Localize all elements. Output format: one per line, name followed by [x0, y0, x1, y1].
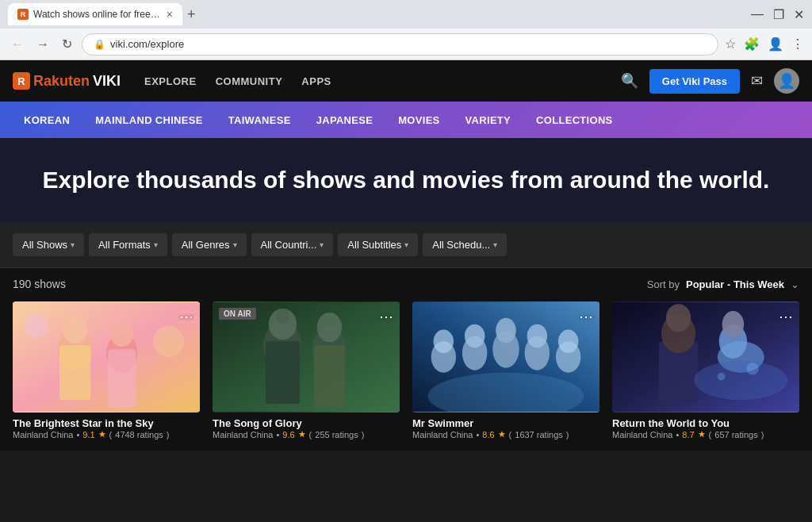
filter-bar: All Shows ▾ All Formats ▾ All Genres ▾ A…	[0, 222, 812, 268]
shows-grid: ⋯ The Brightest Star in the Sky Mainland…	[13, 301, 799, 441]
chevron-down-icon: ▾	[233, 240, 237, 249]
show-meta-1: Mainland China • 9.1 ★ (4748 ratings)	[13, 429, 200, 439]
cat-korean[interactable]: KOREAN	[13, 108, 81, 132]
search-button[interactable]: 🔍	[621, 72, 638, 90]
svg-point-38	[718, 373, 726, 381]
svg-rect-29	[612, 302, 799, 412]
cat-mainland-chinese[interactable]: MAINLAND CHINESE	[84, 108, 214, 132]
show-meta-3: Mainland China • 8.6 ★ (1637 ratings)	[412, 429, 599, 439]
maximize-button[interactable]: ❐	[773, 7, 784, 22]
show-star-1: ★	[98, 429, 106, 439]
user-avatar[interactable]: 👤	[774, 68, 799, 94]
show-country-4: Mainland China	[612, 430, 672, 439]
category-nav: KOREAN MAINLAND CHINESE TAIWANESE JAPANE…	[0, 102, 812, 138]
show-rating-1: 9.1	[82, 430, 94, 439]
bookmark-button[interactable]: ☆	[725, 36, 736, 52]
tab-title: Watch shows online for free - Ra...	[33, 9, 160, 20]
svg-point-13	[277, 309, 289, 324]
refresh-button[interactable]: ↻	[59, 33, 75, 55]
extensions-button[interactable]: 🧩	[744, 36, 760, 52]
tab-favicon: R	[17, 9, 29, 20]
top-nav: R Rakuten VIKI EXPLORE COMMUNITY APPS 🔍 …	[0, 60, 812, 102]
show-rating-2: 9.6	[282, 430, 294, 439]
logo-rakuten-text: Rakuten	[33, 73, 90, 90]
mail-icon[interactable]: ✉	[751, 72, 763, 90]
profile-button[interactable]: 👤	[768, 36, 783, 52]
show-card-1[interactable]: ⋯ The Brightest Star in the Sky Mainland…	[13, 301, 200, 441]
show-title-1: The Brightest Star in the Sky	[13, 417, 200, 429]
menu-button[interactable]: ⋮	[791, 36, 804, 52]
show-info-3: Mr Swimmer Mainland China • 8.6 ★ (1637 …	[412, 413, 599, 441]
filter-all-schedule[interactable]: All Schedu... ▾	[423, 233, 507, 256]
shows-count: 190 shows	[13, 278, 66, 290]
chevron-down-icon: ▾	[404, 240, 408, 249]
title-bar: R Watch shows online for free - Ra... × …	[0, 0, 812, 29]
filter-all-countries[interactable]: All Countri... ▾	[251, 233, 334, 256]
svg-point-8	[153, 326, 184, 357]
viki-pass-button[interactable]: Get Viki Pass	[649, 69, 740, 94]
cat-variety[interactable]: VARIETY	[454, 108, 522, 132]
close-window-button[interactable]: ✕	[794, 7, 804, 22]
show-thumbnail-3	[412, 301, 599, 413]
nav-right: 🔍 Get Viki Pass ✉ 👤	[621, 68, 799, 94]
svg-rect-12	[266, 341, 300, 404]
forward-button[interactable]: →	[33, 34, 52, 55]
show-title-4: Return the World to You	[612, 417, 799, 429]
tab-close-btn[interactable]: ×	[167, 8, 173, 21]
svg-rect-16	[314, 345, 345, 408]
show-meta-2: Mainland China • 9.6 ★ (255 ratings)	[213, 429, 400, 439]
address-input[interactable]: 🔒 viki.com/explore	[82, 33, 718, 56]
filter-all-genres[interactable]: All Genres ▾	[172, 233, 247, 256]
filter-all-formats[interactable]: All Formats ▾	[89, 233, 167, 256]
chevron-down-icon: ▾	[320, 240, 324, 249]
back-button[interactable]: ←	[8, 34, 27, 55]
cat-collections[interactable]: COLLECTIONS	[525, 108, 623, 132]
show-title-3: Mr Swimmer	[412, 417, 599, 429]
content-area: 190 shows Sort by Popular - This Week ⌄	[0, 268, 812, 451]
show-info-1: The Brightest Star in the Sky Mainland C…	[13, 413, 200, 441]
address-bar: ← → ↻ 🔒 viki.com/explore ☆ 🧩 👤 ⋮	[0, 29, 812, 60]
show-card-3[interactable]: ⋯ Mr Swimmer Mainland China • 8.6 ★ (163…	[412, 301, 599, 441]
sort-area: Sort by Popular - This Week ⌄	[647, 278, 799, 290]
nav-explore[interactable]: EXPLORE	[144, 75, 197, 87]
show-info-4: Return the World to You Mainland China •…	[612, 413, 799, 441]
sort-value-button[interactable]: Popular - This Week	[686, 278, 784, 290]
new-tab-button[interactable]: +	[187, 7, 196, 21]
show-title-2: The Song of Glory	[213, 417, 400, 429]
svg-point-2	[63, 316, 87, 344]
show-card-2[interactable]: ON AIR ⋯ The Song of Glory Mainland Chin…	[213, 301, 400, 441]
sort-chevron-icon[interactable]: ⌄	[791, 278, 799, 290]
minimize-button[interactable]: —	[751, 7, 764, 22]
show-more-button-4[interactable]: ⋯	[779, 308, 793, 325]
show-more-button-3[interactable]: ⋯	[579, 308, 593, 325]
nav-links: EXPLORE COMMUNITY APPS	[144, 75, 331, 87]
svg-point-36	[694, 361, 787, 400]
sort-label: Sort by	[647, 278, 680, 290]
show-card-4[interactable]: ⋯ Return the World to You Mainland China…	[612, 301, 799, 441]
svg-point-21	[465, 324, 485, 348]
logo[interactable]: R Rakuten VIKI	[13, 72, 121, 90]
cat-taiwanese[interactable]: TAIWANESE	[217, 108, 302, 132]
site-content: R Rakuten VIKI EXPLORE COMMUNITY APPS 🔍 …	[0, 60, 812, 451]
show-more-button-1[interactable]: ⋯	[179, 308, 193, 325]
cat-japanese[interactable]: JAPANESE	[305, 108, 385, 132]
browser-tab[interactable]: R Watch shows online for free - Ra... ×	[8, 3, 182, 25]
show-thumbnail-4	[612, 301, 799, 413]
svg-rect-6	[108, 349, 136, 408]
nav-community[interactable]: COMMUNITY	[216, 75, 283, 87]
show-thumbnail-1	[13, 301, 200, 413]
svg-point-35	[722, 311, 745, 337]
svg-point-37	[746, 363, 759, 375]
chevron-down-icon: ▾	[71, 240, 75, 249]
filter-all-shows[interactable]: All Shows ▾	[13, 233, 84, 256]
cat-movies[interactable]: MOVIES	[387, 108, 450, 132]
address-text: viki.com/explore	[110, 38, 184, 50]
nav-apps[interactable]: APPS	[301, 75, 331, 87]
show-info-2: The Song of Glory Mainland China • 9.6 ★…	[213, 413, 400, 441]
show-more-button-2[interactable]: ⋯	[379, 308, 393, 325]
filter-all-subtitles[interactable]: All Subtitles ▾	[338, 233, 418, 256]
hero-headline: Explore thousands of shows and movies fr…	[16, 167, 796, 194]
content-header: 190 shows Sort by Popular - This Week ⌄	[13, 278, 799, 290]
show-star-4: ★	[698, 429, 706, 439]
logo-r-icon: R	[13, 72, 30, 90]
